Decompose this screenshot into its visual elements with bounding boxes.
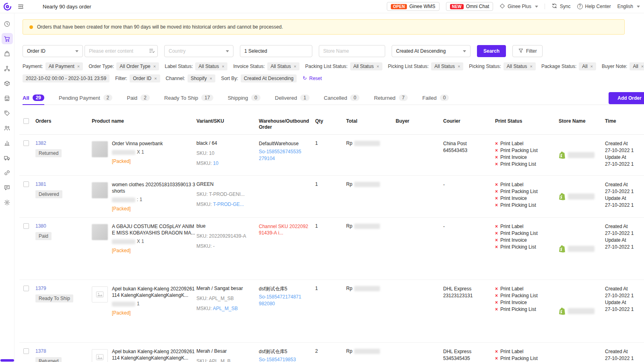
msku-line: MSKU: - [196, 243, 256, 249]
filter-tag: All Order Type× [116, 62, 159, 70]
print-action[interactable]: ×Print Invoice [495, 154, 555, 161]
tab-paid[interactable]: Paid2 [127, 95, 150, 105]
sidebar-item-promotions[interactable] [2, 107, 13, 119]
sidebar-item-history[interactable] [2, 18, 13, 29]
settings-icon [4, 199, 10, 206]
print-action[interactable]: ×Print Packing List [495, 292, 555, 299]
product-thumbnail [92, 182, 108, 198]
omni-chat-button[interactable]: NEW Omni Chat [446, 2, 493, 11]
order-id-link[interactable]: 1382 [35, 140, 46, 146]
horizontal-scrollbar-thumb[interactable] [0, 359, 14, 362]
ginee-wms-button[interactable]: OPEN Ginee WMS [387, 2, 439, 11]
remove-tag-icon[interactable]: × [153, 64, 156, 69]
sidebar-item-warehouse[interactable] [2, 78, 13, 89]
remove-tag-icon[interactable]: × [154, 76, 157, 81]
order-id-link[interactable]: 1379 [35, 286, 46, 291]
filter-conditions-row: Payment:All Payment×Order Type:All Order… [23, 62, 644, 70]
sidebar-item-stores[interactable] [2, 93, 13, 104]
remove-tag-icon[interactable]: × [222, 64, 224, 69]
sidebar-collapse-icon[interactable] [17, 3, 24, 10]
outbound-order-link[interactable]: So-1585472174871982080 [259, 294, 304, 307]
print-action[interactable]: ×Print Label [495, 286, 555, 292]
header-buyer: Buyer [396, 113, 443, 134]
print-action[interactable]: ×Print Label [495, 181, 555, 188]
store-name-input[interactable] [319, 45, 385, 57]
sidebar-item-reports[interactable] [2, 137, 13, 148]
tab-shipping[interactable]: Shipping0 [228, 95, 260, 105]
tab-cancelled[interactable]: Cancelled0 [324, 95, 360, 105]
country-select[interactable]: Country [164, 45, 233, 57]
remove-tag-icon[interactable]: × [590, 64, 593, 69]
filter-tag: Created At Descending [241, 74, 297, 82]
search-field-select[interactable]: Order ID [23, 45, 83, 57]
sidebar-item-chat[interactable] [2, 182, 13, 193]
select-all-checkbox[interactable] [23, 118, 29, 124]
filter-button[interactable]: Filter [512, 45, 543, 57]
ginee-logo-icon[interactable] [3, 2, 12, 11]
sort-select[interactable]: Created At Descending [392, 45, 471, 57]
print-action[interactable]: ×Print Invoice [495, 237, 555, 244]
order-id-link[interactable]: 1381 [35, 181, 46, 187]
tab-delivered[interactable]: Delivered1 [275, 95, 310, 105]
order-id-link[interactable]: 1378 [35, 348, 46, 354]
store-select[interactable]: 1 Selected [240, 45, 312, 57]
reset-button[interactable]: Reset [302, 75, 322, 82]
print-action[interactable]: ×Print Picking List [495, 306, 555, 313]
print-action[interactable]: ×Print Picking List [495, 202, 555, 209]
shopify-icon [559, 151, 566, 159]
tab-pending-payment[interactable]: Pending Payment2 [59, 95, 112, 105]
search-button[interactable]: Search [477, 45, 506, 57]
sync-button[interactable]: Sync [551, 3, 571, 10]
tab-failed[interactable]: Failed0 [422, 95, 449, 105]
tab-returned[interactable]: Returned7 [374, 95, 408, 105]
print-action[interactable]: ×Print Packing List [495, 147, 555, 154]
outbound-order-link[interactable]: So-15854719853 [259, 356, 304, 362]
ginee-plus-menu[interactable]: Ginee Plus [500, 3, 538, 10]
print-action[interactable]: ×Print Label [495, 140, 555, 147]
sidebar-item-orders[interactable] [2, 33, 13, 44]
outbound-order-link[interactable]: So-1585526745535279104 [259, 148, 304, 162]
filter-condition: Picking Status:All Status× [469, 62, 536, 70]
remove-tag-icon[interactable]: × [458, 64, 460, 69]
sidebar-item-logistics[interactable] [2, 152, 13, 163]
remove-tag-icon[interactable]: × [77, 64, 80, 69]
print-action[interactable]: ×Print Picking List [495, 244, 555, 251]
remove-tag-icon[interactable]: × [210, 76, 212, 81]
print-action[interactable]: ×Print Label [495, 348, 555, 355]
row-checkbox[interactable] [23, 348, 29, 354]
sidebar-item-integrations[interactable] [2, 167, 13, 178]
tab-all[interactable]: All29 [23, 95, 44, 105]
tab-ready-to-ship[interactable]: Ready To Ship17 [164, 95, 213, 105]
orders-icon [4, 35, 10, 42]
bulk-search-icon[interactable] [149, 47, 155, 55]
print-action[interactable]: ×Print Invoice [495, 299, 555, 306]
print-action[interactable]: ×Print Picking List [495, 161, 555, 168]
row-checkbox[interactable] [23, 223, 29, 229]
product-thumbnail [92, 286, 108, 302]
time-value: Created At27-10-2022 1Update At27-10-202… [605, 280, 644, 337]
row-checkbox[interactable] [23, 140, 29, 146]
search-content-input[interactable] [85, 45, 158, 57]
product-qty-line: X 1 [112, 239, 196, 244]
remove-tag-icon[interactable]: × [376, 64, 379, 69]
help-center-link[interactable]: ? Help Center [577, 4, 611, 9]
remove-tag-icon[interactable]: × [530, 64, 532, 69]
sidebar-item-products[interactable] [2, 48, 13, 59]
order-id-link[interactable]: 1380 [35, 223, 46, 229]
sidebar-item-settings[interactable] [2, 197, 13, 208]
remove-tag-icon[interactable]: × [294, 64, 296, 69]
print-action[interactable]: ×Print Packing List [495, 355, 555, 362]
add-order-button[interactable]: Add Order [609, 92, 644, 104]
row-checkbox[interactable] [23, 181, 29, 187]
row-checkbox[interactable] [23, 286, 29, 291]
print-action[interactable]: ×Print Packing List [495, 188, 555, 195]
remove-tag-icon[interactable]: × [641, 64, 644, 69]
filter-label: Invoice Status: [233, 64, 265, 69]
print-action[interactable]: ×Print Packing List [495, 230, 555, 237]
print-action[interactable]: ×Print Label [495, 223, 555, 230]
language-selector[interactable]: English [617, 4, 640, 9]
total-value: Rp [346, 176, 396, 212]
sidebar-item-customers[interactable] [2, 122, 13, 134]
sidebar-item-affiliate[interactable] [2, 63, 13, 74]
print-action[interactable]: ×Print Invoice [495, 195, 555, 202]
